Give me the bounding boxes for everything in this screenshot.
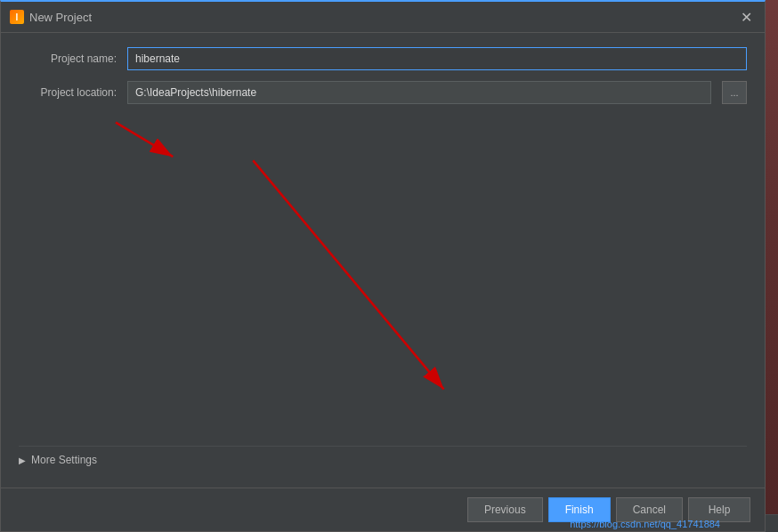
dialog-title: New Project xyxy=(29,11,92,24)
new-project-dialog: I New Project ✕ Project name: Project lo… xyxy=(0,0,766,532)
app-icon: I xyxy=(10,10,24,24)
annotation-arrows xyxy=(19,115,747,435)
browse-button[interactable]: ... xyxy=(722,81,747,104)
project-name-row: Project name: xyxy=(19,47,747,70)
more-settings-label[interactable]: More Settings xyxy=(31,454,97,466)
svg-line-3 xyxy=(253,160,443,389)
previous-button[interactable]: Previous xyxy=(467,497,543,522)
project-location-row: Project location: ... xyxy=(19,81,747,104)
url-link[interactable]: https://blog.csdn.net/qq_41741884 xyxy=(570,519,720,529)
close-button[interactable]: ✕ xyxy=(736,7,756,27)
title-bar-left: I New Project xyxy=(10,10,92,24)
project-name-input[interactable] xyxy=(127,47,747,70)
title-bar: I New Project ✕ xyxy=(1,2,765,33)
more-settings-row: ▶ More Settings xyxy=(19,446,747,473)
project-location-label: Project location: xyxy=(19,86,117,99)
collapse-arrow-icon[interactable]: ▶ xyxy=(19,455,26,465)
middle-area xyxy=(19,115,747,435)
dialog-content: Project name: Project location: ... xyxy=(1,33,765,488)
svg-line-2 xyxy=(116,123,173,157)
project-location-input[interactable] xyxy=(127,81,711,104)
project-name-label: Project name: xyxy=(19,52,117,65)
